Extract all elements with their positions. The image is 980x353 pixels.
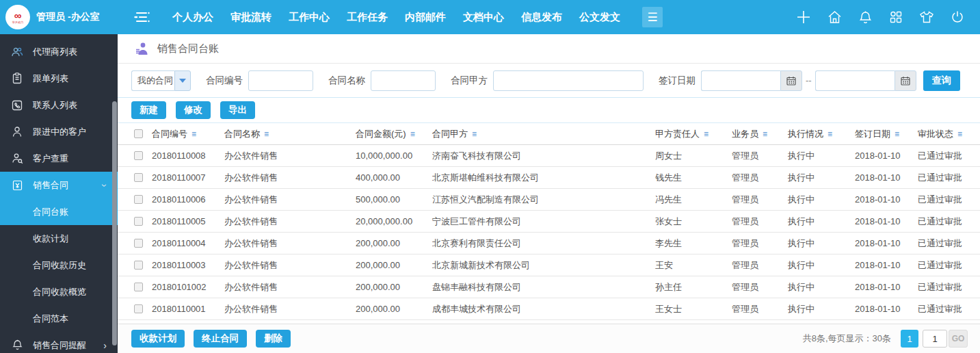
collapse-menu-icon[interactable] [134, 10, 152, 24]
table-cell: 已通过审批 [912, 194, 980, 206]
row-checkbox[interactable] [134, 151, 143, 160]
table-cell: 管理员 [726, 194, 782, 206]
sort-icon[interactable]: ≡ [264, 129, 269, 139]
table-cell: 20180110005 [146, 216, 219, 226]
table-cell: 20180110007 [146, 172, 219, 183]
table-row: 20180110004办公软件销售200,000.00北京赛利有限责任公司李先生… [118, 233, 980, 254]
sidebar-item-label: 销售合同提醒 [33, 339, 86, 352]
power-icon[interactable] [950, 10, 965, 25]
table-cell: 管理员 [726, 281, 782, 293]
tshirt-icon[interactable] [919, 10, 934, 25]
nav-item-work-center[interactable]: 工作中心 [289, 11, 330, 24]
sidebar-subitem-payment-plan[interactable]: 收款计划 [0, 225, 118, 252]
edit-button[interactable]: 修改 [176, 101, 211, 119]
sort-icon[interactable]: ≡ [704, 129, 708, 139]
table-cell: 管理员 [726, 150, 782, 162]
sort-icon[interactable]: ≡ [191, 129, 196, 139]
table-cell: 执行中 [782, 281, 849, 293]
sort-icon[interactable]: ≡ [472, 129, 477, 139]
delete-button[interactable]: 删除 [256, 330, 291, 348]
table-cell: 办公软件销售 [219, 172, 350, 184]
contract-yuan-icon [11, 179, 23, 192]
sidebar-item-agents[interactable]: 代理商列表 [0, 38, 118, 65]
scope-select[interactable]: 我的合同 [131, 70, 191, 91]
row-checkbox[interactable] [134, 173, 143, 182]
chevron-right-icon[interactable]: › [103, 340, 107, 351]
sort-icon[interactable]: ≡ [763, 129, 767, 139]
company-logo: ∞ 华天动力 [5, 5, 30, 29]
nav-item-official-dispatch[interactable]: 公文发文 [579, 11, 620, 24]
row-checkbox[interactable] [134, 239, 143, 248]
row-checkbox[interactable] [134, 217, 143, 226]
sidebar-item-contract-reminder[interactable]: 销售合同提醒 › [0, 332, 118, 353]
sidebar-item-orders[interactable]: 跟单列表 [0, 65, 118, 92]
table-cell: 办公软件销售 [219, 237, 350, 250]
table-cell: 李先生 [650, 237, 726, 250]
nav-item-info-release[interactable]: 信息发布 [521, 11, 562, 24]
select-all-checkbox[interactable] [134, 129, 143, 138]
clipboard-icon [11, 73, 23, 85]
table-cell: 20180110008 [146, 151, 219, 161]
table-cell: 2018-01-10 [849, 238, 912, 248]
date-to-input[interactable] [815, 70, 895, 91]
sidebar-subitem-payment-overview[interactable]: 合同收款概览 [0, 278, 118, 305]
sidebar-scrollbar[interactable] [112, 101, 117, 345]
payment-plan-button[interactable]: 收款计划 [131, 330, 185, 348]
table-row: 20180110006办公软件销售500,000.00江苏恒义汽配制造有限公司冯… [118, 189, 980, 211]
table-cell: 王女士 [650, 303, 726, 315]
sidebar-item-label: 跟单列表 [33, 73, 68, 85]
go-button[interactable]: GO [949, 330, 968, 348]
sidebar-subitem-contract-template[interactable]: 合同范本 [0, 305, 118, 332]
date-range-separator: -- [806, 75, 812, 86]
row-checkbox[interactable] [134, 304, 143, 313]
contract-no-input[interactable] [248, 70, 313, 91]
nav-item-personal-office[interactable]: 个人办公 [172, 11, 213, 24]
contract-name-input[interactable] [371, 70, 436, 91]
party-a-input[interactable] [493, 70, 644, 91]
more-menu-button[interactable]: ☰ [642, 7, 663, 27]
calendar-icon[interactable] [780, 70, 802, 91]
table-cell: 办公软件销售 [219, 303, 350, 315]
nav-item-internal-mail[interactable]: 内部邮件 [405, 11, 446, 24]
sort-icon[interactable]: ≡ [827, 129, 832, 139]
date-from-input[interactable] [701, 70, 780, 91]
new-button[interactable]: 新建 [131, 101, 166, 119]
column-header: 审批状态 [918, 128, 953, 140]
sort-icon[interactable]: ≡ [895, 129, 899, 139]
chevron-down-icon[interactable]: › [100, 183, 111, 187]
bell-icon[interactable] [858, 10, 873, 25]
search-button[interactable]: 查询 [923, 70, 960, 91]
calendar-icon[interactable] [895, 70, 916, 91]
page-number-input[interactable] [923, 330, 947, 348]
dropdown-arrow-icon[interactable] [174, 70, 191, 91]
table-cell: 盘锦丰融科技有限公司 [427, 281, 650, 293]
users-icon [11, 46, 23, 58]
nav-item-document-center[interactable]: 文档中心 [463, 11, 504, 24]
table-cell: 200,000.00 [350, 260, 427, 270]
sidebar-subitem-contract-ledger[interactable]: 合同台账 [0, 198, 118, 225]
table-cell: 2018-01-10 [849, 304, 912, 314]
table-cell: 执行中 [782, 194, 849, 206]
sidebar-item-customer-dedup[interactable]: 客户查重 [0, 145, 118, 172]
table-row: 20180110003办公软件销售200,000.00北京新城新技术有限公司王安… [118, 254, 980, 276]
export-button[interactable]: 导出 [220, 101, 255, 119]
sidebar-item-contacts[interactable]: 联系人列表 [0, 92, 118, 118]
sidebar-item-sales-contract[interactable]: 销售合同 › [0, 172, 118, 198]
current-page-button[interactable]: 1 [901, 330, 918, 348]
nav-item-work-tasks[interactable]: 工作任务 [347, 11, 388, 24]
apps-grid-icon[interactable] [888, 10, 903, 25]
sidebar-subitem-payment-history[interactable]: 合同收款历史 [0, 252, 118, 278]
main-content: 销售合同台账 我的合同 合同编号 合同名称 合同甲方 签订日期 -- 查询 新建 [118, 34, 980, 353]
sort-icon[interactable]: ≡ [957, 129, 962, 139]
sort-icon[interactable]: ≡ [410, 129, 415, 139]
home-icon[interactable] [827, 10, 842, 25]
add-icon[interactable] [796, 10, 811, 25]
row-checkbox[interactable] [134, 283, 143, 291]
row-checkbox[interactable] [134, 195, 143, 204]
row-checkbox[interactable] [134, 261, 143, 270]
table-cell: 管理员 [726, 237, 782, 250]
nav-item-approval-flow[interactable]: 审批流转 [230, 11, 272, 24]
sidebar-item-label: 跟进中的客户 [33, 126, 86, 138]
sidebar-item-following-customers[interactable]: 跟进中的客户 [0, 118, 118, 145]
terminate-contract-button[interactable]: 终止合同 [194, 330, 247, 348]
